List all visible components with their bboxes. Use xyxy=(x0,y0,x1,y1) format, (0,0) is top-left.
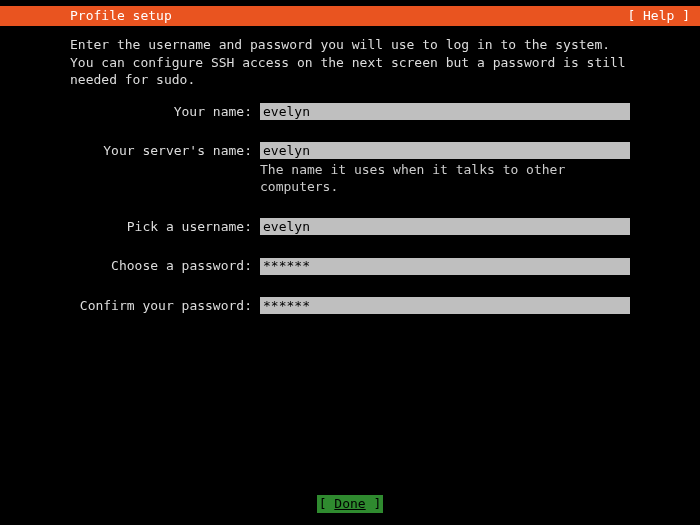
footer-bar: [ Done ] xyxy=(0,495,700,513)
label-server-name: Your server's name: xyxy=(70,142,260,160)
installer-screen: Profile setup [ Help ] Enter the usernam… xyxy=(0,6,700,525)
your-name-input[interactable] xyxy=(260,103,630,120)
row-confirm-password: Confirm your password: xyxy=(70,297,630,315)
server-name-input[interactable] xyxy=(260,142,630,159)
confirm-password-input[interactable] xyxy=(260,297,630,314)
row-username: Pick a username: xyxy=(70,218,630,236)
help-button[interactable]: [ Help ] xyxy=(627,7,690,25)
row-password: Choose a password: xyxy=(70,257,630,275)
done-button[interactable]: [ Done ] xyxy=(317,495,384,513)
label-password: Choose a password: xyxy=(70,257,260,275)
intro-text: Enter the username and password you will… xyxy=(70,36,630,89)
password-input[interactable] xyxy=(260,258,630,275)
form-body: Enter the username and password you will… xyxy=(0,26,700,314)
page-title: Profile setup xyxy=(70,7,172,25)
done-label: Done xyxy=(334,496,365,511)
server-name-hint: The name it uses when it talks to other … xyxy=(260,161,630,196)
row-server-name: Your server's name: The name it uses whe… xyxy=(70,142,630,196)
label-confirm-password: Confirm your password: xyxy=(70,297,260,315)
label-username: Pick a username: xyxy=(70,218,260,236)
row-your-name: Your name: xyxy=(70,103,630,121)
header-bar: Profile setup [ Help ] xyxy=(0,6,700,26)
username-input[interactable] xyxy=(260,218,630,235)
label-your-name: Your name: xyxy=(70,103,260,121)
